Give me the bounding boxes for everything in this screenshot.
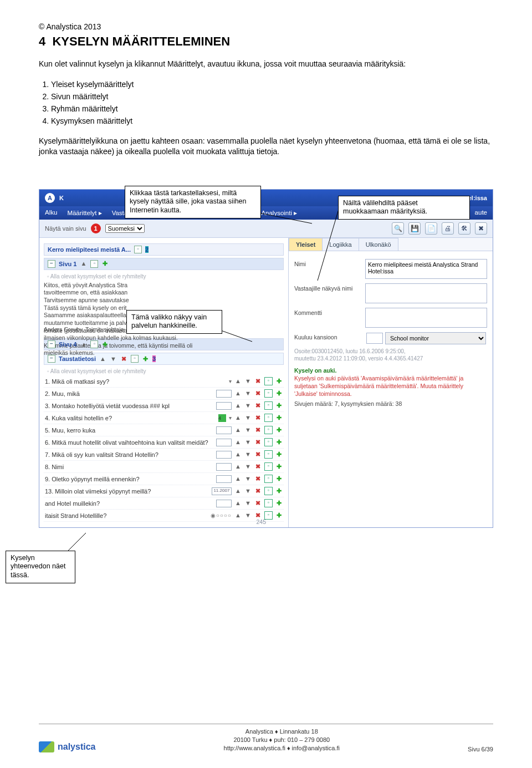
summary-panel: Kerro mielipiteesi meistä A... ▫ 2 − Siv… (39, 238, 289, 527)
collapse-icon[interactable]: − (48, 355, 55, 363)
intro-paragraph: Kun olet valinnut kyselyn ja klikannut M… (39, 59, 493, 69)
menu-analysointi[interactable]: Analysointi ▸ (261, 209, 297, 217)
input-kansio-code[interactable] (366, 333, 383, 344)
preview-icon[interactable]: 🔍 (392, 222, 404, 235)
up-icon[interactable]: ▲ (80, 260, 87, 267)
label-nimi: Nimi (294, 259, 365, 267)
menu-alku[interactable]: Alku (45, 209, 57, 217)
input-nimi[interactable] (365, 259, 487, 279)
svg-line-3 (66, 533, 86, 552)
survey-heading[interactable]: Kerro mielipiteesi meistä A... ▫ 2 (44, 243, 284, 256)
status-body: Kyselysi on auki päivästä 'Avaamispäiväm… (294, 374, 487, 398)
down-icon[interactable]: ▼ (110, 355, 117, 363)
question-row[interactable]: 4. Kuka valitsi hotellin e?4 ▾ ▲ ▼ ✖ ▫ ✚ (44, 412, 284, 424)
save-icon[interactable]: 💾 (408, 222, 421, 235)
question-row[interactable]: 2. Muu, mikä ▲ ▼ ✖ ▫ ✚ (44, 388, 284, 400)
toolbar: Näytä vain sivu 1 Suomeksi 🔍 💾 📄 🖨 🛠 ✖ (39, 220, 493, 238)
question-row[interactable]: 9. Oletko yöpynyt meillä ennenkin? ▲ ▼ ✖… (44, 473, 284, 485)
tool-icon[interactable]: 🛠 (458, 222, 470, 235)
add-icon[interactable]: ✚ (101, 260, 109, 267)
label-vastaajille: Vastaajille näkyvä nimi (294, 283, 365, 292)
delete-icon[interactable]: ✖ (120, 355, 127, 363)
callout-menu: Tämä valikko näkyy vain palvelun hankkin… (126, 310, 222, 334)
tab-logiikka[interactable]: Logiikka (322, 238, 359, 251)
page-1-header[interactable]: − Sivu 1 ▲ ▫ ✚ (44, 258, 284, 270)
copy-icon[interactable]: ▫ (90, 340, 98, 348)
input-vastaajille[interactable] (365, 283, 487, 303)
section-heading: 4 KYSELYN MÄÄRITTELEMINEN (39, 34, 493, 49)
ungrouped-label: ▫ Alla olevat kysymykset ei ole ryhmitel… (44, 272, 284, 281)
footer-logo: nalystica (39, 741, 95, 752)
count-label: 245 (256, 518, 266, 525)
select-kansio[interactable]: School monitor (385, 332, 486, 344)
new-page-icon[interactable]: ▫ (134, 246, 142, 253)
copy-icon[interactable]: 📄 (425, 222, 437, 235)
question-row[interactable]: 6. Mitkä muut hotellit olivat vaihtoehto… (44, 436, 284, 449)
section-title: KYSELYN MÄÄRITTELEMINEN (52, 34, 230, 48)
question-row[interactable]: 8. Nimi ▲ ▼ ✖ ▫ ✚ (44, 461, 284, 473)
badge-1: 1 (91, 223, 101, 233)
badge-2: 2 (145, 246, 149, 253)
menu-maarittelyt[interactable]: Määrittelyt ▸ (67, 209, 101, 217)
question-row[interactable]: 7. Mikä oli syy kun valitsit Strand Hote… (44, 449, 284, 461)
copy-icon[interactable]: ▫ (90, 260, 98, 268)
up-icon[interactable]: ▲ (80, 341, 87, 348)
copyright: © Analystica 2013 (39, 22, 493, 31)
list-item: Kysymyksen määrittelyt (51, 115, 493, 127)
collapse-icon[interactable]: − (48, 260, 55, 268)
list-item: Ryhmän määrittelyt (51, 103, 493, 115)
question-row[interactable]: 13. Milloin olat viimeksi yöpynyt meillä… (44, 485, 284, 497)
print-icon[interactable]: 🖨 (442, 222, 454, 235)
label-kansio: Kuuluu kansioon (294, 332, 366, 340)
question-row[interactable]: 3. Montako hotelliyötä vietät vuodessa #… (44, 400, 284, 412)
list-item: Yleiset kyselymäärittelyt (51, 78, 493, 90)
menu-right[interactable]: aute (475, 209, 487, 217)
list-item: Sivun määrittelyt (51, 90, 493, 103)
input-kommentti[interactable] (365, 308, 487, 328)
toolbar-label: Näytä vain sivu (45, 225, 86, 232)
collapse-icon[interactable]: − (48, 340, 55, 348)
meta-info: Osoite:0030012450, luotu 16.6.2006 9:25:… (294, 348, 487, 362)
question-row[interactable]: 1. Mikä oli matkasi syy?▾ ▲ ▼ ✖ ▫ ✚ (44, 375, 284, 388)
callout-summary: Kyselyn yhteenvedon näet tässä. (6, 551, 75, 583)
section-number: 4 (39, 34, 45, 48)
language-select[interactable]: Suomeksi (105, 224, 145, 233)
logo-swoosh-icon (39, 741, 54, 752)
callout-tabs: Näiltä välilehdiltä pääset muokkaamaan m… (338, 196, 470, 220)
page-number: Sivu 6/39 (468, 746, 493, 752)
title-prefix: K (59, 195, 64, 201)
tab-yleiset[interactable]: Yleiset (289, 238, 323, 251)
status-box: Kysely on auki. Kyselysi on auki päiväst… (294, 367, 487, 408)
copy-icon[interactable]: ▫ (131, 355, 139, 363)
question-row[interactable]: 5. Muu, kerro kuka ▲ ▼ ✖ ▫ ✚ (44, 424, 284, 436)
app-logo-icon: A (45, 193, 55, 203)
explain-paragraph: Kyselymäärittelyikkuna on jaettu kahteen… (39, 136, 493, 157)
settings-list: Yleiset kyselymäärittelyt Sivun määritte… (51, 78, 493, 127)
callout-preview: Klikkaa tästä tarkastellaksesi, miltä ky… (125, 186, 261, 218)
status-title: Kysely on auki. (294, 367, 487, 374)
delete-icon[interactable]: ✖ (475, 222, 487, 235)
footer-center: Analystica ♦ Linnankatu 18 20100 Turku ♦… (224, 728, 340, 752)
app-window: A K tel:issa Alku Määrittelyt ▸ Vastaaja… (39, 189, 493, 528)
tab-ulkonako[interactable]: Ulkonäkö (359, 238, 398, 251)
status-counts: Sivujen määrä: 7, kysymyksien määrä: 38 (294, 400, 487, 408)
add-icon[interactable]: ✚ (142, 355, 149, 363)
question-row[interactable]: itaisit Strand Hotellille?◉○○○○ ▲ ▼ ✖ ▫ … (44, 510, 284, 522)
ungrouped-label-2: ▫ Alla olevat kysymykset ei ole ryhmitel… (44, 367, 284, 375)
properties-panel: Yleiset Logiikka Ulkonäkö Nimi Vastaajil… (289, 238, 493, 527)
label-kommentti: Kommentti (294, 308, 365, 316)
up-icon[interactable]: ▲ (99, 355, 106, 363)
page-footer: nalystica Analystica ♦ Linnankatu 18 201… (39, 724, 493, 752)
badge-3: 3 (152, 355, 156, 362)
tabs: Yleiset Logiikka Ulkonäkö (289, 238, 493, 251)
question-row[interactable]: and Hotel muillekin? ▲ ▼ ✖ ▫ ✚ (44, 497, 284, 510)
add-icon[interactable]: ✚ (101, 341, 109, 348)
